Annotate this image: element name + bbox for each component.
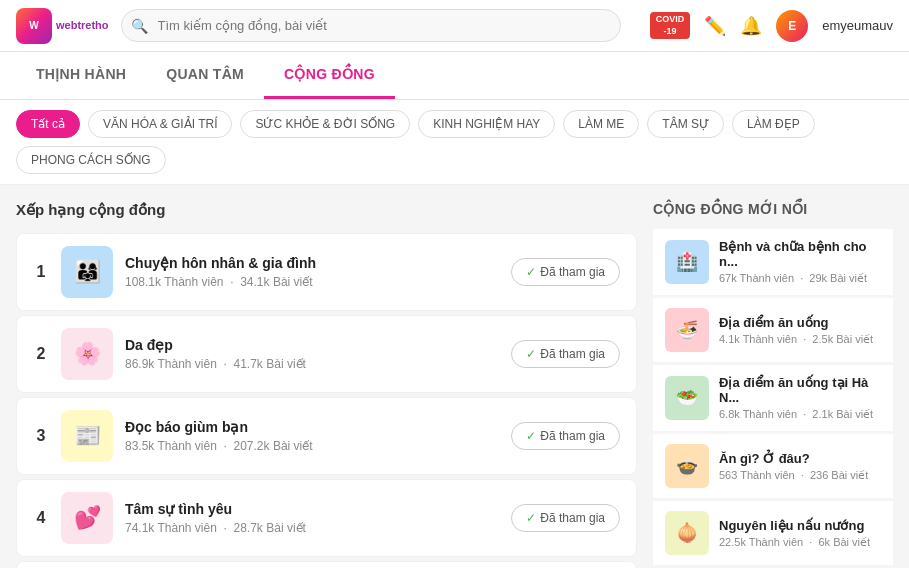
community-thumb: 💕 (61, 492, 113, 544)
notification-icon[interactable]: 🔔 (740, 15, 762, 37)
new-community-info: Bệnh và chữa bệnh cho n... 67k Thành viê… (719, 239, 881, 285)
community-info: Da đẹp 86.9k Thành viên · 41.7k Bài viết (125, 337, 499, 371)
join-button[interactable]: ✓ Đã tham gia (511, 504, 620, 532)
new-community-list: 🏥 Bệnh và chữa bệnh cho n... 67k Thành v… (653, 229, 893, 566)
category-button[interactable]: SỨC KHỎE & ĐỜI SỐNG (240, 110, 410, 138)
category-button[interactable]: Tất cả (16, 110, 80, 138)
new-community-name[interactable]: Địa điểm ăn uống tại Hà N... (719, 375, 881, 405)
new-community-info: Ăn gì? Ở đâu? 563 Thành viên · 236 Bài v… (719, 451, 881, 482)
new-community-name[interactable]: Địa điểm ăn uống (719, 315, 881, 330)
username[interactable]: emyeumauv (822, 18, 893, 33)
join-label: Đã tham gia (540, 265, 605, 279)
community-name[interactable]: Chuyện hôn nhân & gia đình (125, 255, 499, 271)
search-input[interactable] (121, 9, 621, 42)
category-bar: Tất cảVĂN HÓA & GIẢI TRÍSỨC KHỎE & ĐỜI S… (0, 100, 909, 185)
community-thumb: 👨‍👩‍👧 (61, 246, 113, 298)
community-item: 2 🌸 Da đẹp 86.9k Thành viên · 41.7k Bài … (16, 315, 637, 393)
edit-icon[interactable]: ✏️ (704, 15, 726, 37)
community-list: 1 👨‍👩‍👧 Chuyện hôn nhân & gia đình 108.1… (16, 233, 637, 568)
logo[interactable]: W webtretho (16, 8, 109, 44)
rank-number: 2 (33, 345, 49, 363)
search-icon: 🔍 (131, 18, 148, 34)
community-name[interactable]: Đọc báo giùm bạn (125, 419, 499, 435)
check-icon: ✓ (526, 265, 536, 279)
main-layout: Xếp hạng cộng đồng 1 👨‍👩‍👧 Chuyện hôn nh… (0, 185, 909, 568)
join-label: Đã tham gia (540, 347, 605, 361)
new-community-name[interactable]: Nguyên liệu nấu nướng (719, 518, 881, 533)
new-community-info: Nguyên liệu nấu nướng 22.5k Thành viên ·… (719, 518, 881, 549)
new-community-stats: 4.1k Thành viên · 2.5k Bài viết (719, 333, 881, 346)
community-info: Đọc báo giùm bạn 83.5k Thành viên · 207.… (125, 419, 499, 453)
community-stats: 108.1k Thành viên · 34.1k Bài viết (125, 275, 499, 289)
search-bar: 🔍 (121, 9, 621, 42)
new-community-item: 🏥 Bệnh và chữa bệnh cho n... 67k Thành v… (653, 229, 893, 296)
community-item: 5 🤱 Mang thai - Chuẩn bị sinh 70.6k Thàn… (16, 561, 637, 568)
header: W webtretho 🔍 COVID -19 ✏️ 🔔 E emyeumauv (0, 0, 909, 52)
nav-tabs: THỊNH HÀNH QUAN TÂM CỘNG ĐỒNG (0, 52, 909, 100)
new-community-thumb: 🧅 (665, 511, 709, 555)
community-item: 3 📰 Đọc báo giùm bạn 83.5k Thành viên · … (16, 397, 637, 475)
community-thumb: 📰 (61, 410, 113, 462)
community-item: 4 💕 Tâm sự tình yêu 74.1k Thành viên · 2… (16, 479, 637, 557)
tab-quan-tam[interactable]: QUAN TÂM (146, 52, 264, 99)
new-community-stats: 6.8k Thành viên · 2.1k Bài viết (719, 408, 881, 421)
new-community-item: 🧅 Nguyên liệu nấu nướng 22.5k Thành viên… (653, 501, 893, 566)
avatar[interactable]: E (776, 10, 808, 42)
left-panel: Xếp hạng cộng đồng 1 👨‍👩‍👧 Chuyện hôn nh… (16, 201, 637, 568)
join-label: Đã tham gia (540, 429, 605, 443)
check-icon: ✓ (526, 347, 536, 361)
community-name[interactable]: Tâm sự tình yêu (125, 501, 499, 517)
tab-cong-dong[interactable]: CỘNG ĐỒNG (264, 52, 395, 99)
new-community-stats: 563 Thành viên · 236 Bài viết (719, 469, 881, 482)
category-button[interactable]: LÀM ME (563, 110, 639, 138)
community-item: 1 👨‍👩‍👧 Chuyện hôn nhân & gia đình 108.1… (16, 233, 637, 311)
right-panel: CỘNG ĐỒNG MỚI NỔI 🏥 Bệnh và chữa bệnh ch… (653, 201, 893, 568)
section-title: Xếp hạng cộng đồng (16, 201, 637, 219)
category-button[interactable]: LÀM ĐẸP (732, 110, 815, 138)
category-button[interactable]: PHONG CÁCH SỐNG (16, 146, 166, 174)
new-community-info: Địa điểm ăn uống 4.1k Thành viên · 2.5k … (719, 315, 881, 346)
rank-number: 1 (33, 263, 49, 281)
new-community-item: 🥗 Địa điểm ăn uống tại Hà N... 6.8k Thàn… (653, 365, 893, 432)
community-info: Tâm sự tình yêu 74.1k Thành viên · 28.7k… (125, 501, 499, 535)
category-button[interactable]: KINH NGHIỆM HAY (418, 110, 555, 138)
covid-badge[interactable]: COVID -19 (650, 12, 691, 39)
rank-number: 3 (33, 427, 49, 445)
rank-number: 4 (33, 509, 49, 527)
join-label: Đã tham gia (540, 511, 605, 525)
new-community-thumb: 🥗 (665, 376, 709, 420)
logo-icon: W (16, 8, 52, 44)
new-community-item: 🍲 Ăn gì? Ở đâu? 563 Thành viên · 236 Bài… (653, 434, 893, 499)
new-community-info: Địa điểm ăn uống tại Hà N... 6.8k Thành … (719, 375, 881, 421)
check-icon: ✓ (526, 511, 536, 525)
community-name[interactable]: Da đẹp (125, 337, 499, 353)
check-icon: ✓ (526, 429, 536, 443)
community-thumb: 🌸 (61, 328, 113, 380)
new-community-stats: 22.5k Thành viên · 6k Bài viết (719, 536, 881, 549)
community-info: Chuyện hôn nhân & gia đình 108.1k Thành … (125, 255, 499, 289)
category-button[interactable]: TÂM SỰ (647, 110, 724, 138)
logo-text: webtretho (56, 19, 109, 31)
category-button[interactable]: VĂN HÓA & GIẢI TRÍ (88, 110, 232, 138)
community-stats: 83.5k Thành viên · 207.2k Bài viết (125, 439, 499, 453)
header-right: COVID -19 ✏️ 🔔 E emyeumauv (650, 10, 893, 42)
new-community-name[interactable]: Ăn gì? Ở đâu? (719, 451, 881, 466)
community-stats: 86.9k Thành viên · 41.7k Bài viết (125, 357, 499, 371)
tab-trending[interactable]: THỊNH HÀNH (16, 52, 146, 99)
new-community-thumb: 🍲 (665, 444, 709, 488)
join-button[interactable]: ✓ Đã tham gia (511, 258, 620, 286)
join-button[interactable]: ✓ Đã tham gia (511, 340, 620, 368)
new-community-item: 🍜 Địa điểm ăn uống 4.1k Thành viên · 2.5… (653, 298, 893, 363)
right-panel-title: CỘNG ĐỒNG MỚI NỔI (653, 201, 893, 217)
new-community-stats: 67k Thành viên · 29k Bài viết (719, 272, 881, 285)
new-community-thumb: 🏥 (665, 240, 709, 284)
new-community-thumb: 🍜 (665, 308, 709, 352)
community-stats: 74.1k Thành viên · 28.7k Bài viết (125, 521, 499, 535)
new-community-name[interactable]: Bệnh và chữa bệnh cho n... (719, 239, 881, 269)
join-button[interactable]: ✓ Đã tham gia (511, 422, 620, 450)
